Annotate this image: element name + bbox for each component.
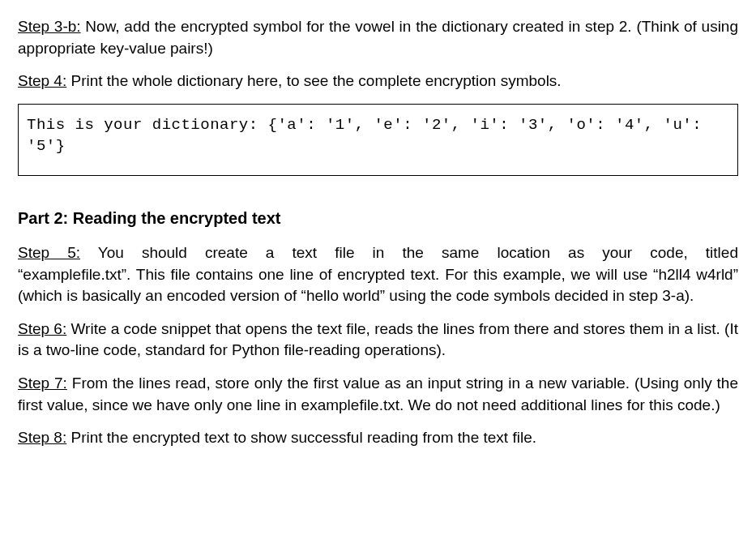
code-output-text: This is your dictionary: {'a': '1', 'e':… — [27, 116, 702, 156]
step-7-text: From the lines read, store only the firs… — [18, 375, 738, 413]
step-5-line1: You should create a text file in the sam… — [80, 244, 738, 261]
step-8-text: Print the encrypted text to show success… — [66, 429, 536, 446]
step-5-rest: “examplefile.txt”. This file contains on… — [18, 266, 738, 305]
step-4-label: Step 4: — [18, 72, 66, 89]
part-2-heading: Part 2: Reading the encrypted text — [18, 207, 738, 229]
step-8-paragraph: Step 8: Print the encrypted text to show… — [18, 427, 738, 449]
step-4-paragraph: Step 4: Print the whole dictionary here,… — [18, 71, 738, 92]
step-4-text: Print the whole dictionary here, to see … — [66, 72, 561, 89]
step-5-paragraph: Step 5: You should create a text file in… — [18, 242, 738, 307]
step-6-label: Step 6: — [18, 320, 66, 337]
step-6-text: Write a code snippet that opens the text… — [18, 320, 738, 359]
step-8-label: Step 8: — [18, 429, 66, 446]
step-5-label: Step 5: — [18, 244, 80, 261]
step-7-paragraph: Step 7: From the lines read, store only … — [18, 373, 738, 416]
code-output-box: This is your dictionary: {'a': '1', 'e':… — [18, 104, 738, 176]
step-7-label: Step 7: — [18, 375, 67, 392]
step-3b-text: Now, add the encrypted symbol for the vo… — [18, 18, 738, 57]
step-6-paragraph: Step 6: Write a code snippet that opens … — [18, 319, 738, 362]
step-3b-label: Step 3-b: — [18, 18, 81, 35]
step-3b-paragraph: Step 3-b: Now, add the encrypted symbol … — [18, 16, 738, 59]
